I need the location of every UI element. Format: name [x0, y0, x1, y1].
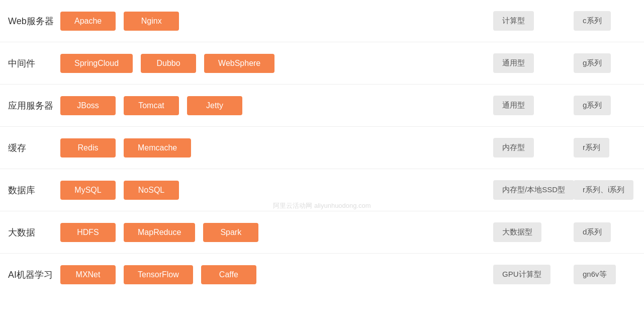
series-column: g系列 [574, 53, 644, 73]
type-column: 通用型 [493, 53, 574, 73]
series-badge: d系列 [574, 222, 611, 242]
tech-tag[interactable]: MXNet [60, 265, 116, 284]
type-column: 计算型 [493, 11, 574, 31]
series-column: r系列、i系列 [574, 180, 644, 200]
type-badge: 内存型 [493, 138, 534, 157]
tech-tag[interactable]: TensorFlow [124, 265, 193, 284]
category-label: 数据库 [0, 184, 55, 196]
category-label: 应用服务器 [0, 100, 55, 112]
tech-tag[interactable]: Tomcat [124, 96, 179, 115]
table-row: 中间件SpringCloudDubboWebSphere通用型g系列 [0, 42, 644, 85]
category-label: AI机器学习 [0, 269, 55, 281]
tags-container: MXNetTensorFlowCaffe [55, 265, 493, 284]
tech-tag[interactable]: Memcache [124, 138, 191, 157]
type-badge: 计算型 [493, 11, 534, 31]
tech-tag[interactable]: Nginx [124, 12, 179, 31]
table-row: Web服务器ApacheNginx计算型c系列 [0, 0, 644, 42]
tech-tag[interactable]: Spark [203, 223, 258, 242]
tech-tag[interactable]: SpringCloud [60, 54, 133, 73]
tags-container: MySQLNoSQL [55, 181, 493, 200]
tags-container: JBossTomcatJetty [55, 96, 493, 115]
tech-tag[interactable]: Caffe [201, 265, 256, 284]
series-badge: r系列、i系列 [574, 180, 633, 200]
category-label: 大数据 [0, 226, 55, 239]
type-badge: 通用型 [493, 53, 534, 73]
type-column: 通用型 [493, 96, 574, 115]
type-column: 内存型 [493, 138, 574, 157]
type-badge: GPU计算型 [493, 265, 550, 284]
series-badge: c系列 [574, 11, 611, 31]
tech-tag[interactable]: WebSphere [204, 54, 274, 73]
series-badge: g系列 [574, 53, 611, 73]
series-column: g系列 [574, 96, 644, 115]
tech-tag[interactable]: HDFS [60, 223, 116, 242]
table-row: AI机器学习MXNetTensorFlowCaffeGPU计算型gn6v等 [0, 254, 644, 295]
tech-tag[interactable]: Redis [60, 138, 116, 157]
series-column: d系列 [574, 222, 644, 242]
table-row: 缓存RedisMemcache内存型r系列 [0, 127, 644, 169]
series-column: c系列 [574, 11, 644, 31]
tech-tag[interactable]: MySQL [60, 181, 116, 200]
tech-tag[interactable]: JBoss [60, 96, 116, 115]
tags-container: SpringCloudDubboWebSphere [55, 54, 493, 73]
tech-tag[interactable]: Jetty [187, 96, 242, 115]
category-label: 缓存 [0, 142, 55, 154]
series-column: gn6v等 [574, 265, 644, 284]
series-badge: gn6v等 [574, 265, 616, 284]
type-column: 内存型/本地SSD型 [493, 180, 574, 200]
tech-tag[interactable]: MapReduce [124, 223, 195, 242]
series-badge: g系列 [574, 96, 611, 115]
tags-container: RedisMemcache [55, 138, 493, 157]
tech-tag[interactable]: Apache [60, 12, 116, 31]
category-label: Web服务器 [0, 15, 55, 27]
series-column: r系列 [574, 138, 644, 157]
table-row: 大数据HDFSMapReduceSpark大数据型d系列 [0, 211, 644, 254]
tags-container: ApacheNginx [55, 12, 493, 31]
table-row: 数据库MySQLNoSQL内存型/本地SSD型r系列、i系列 [0, 169, 644, 211]
type-column: 大数据型 [493, 222, 574, 242]
tech-tag[interactable]: Dubbo [141, 54, 196, 73]
type-column: GPU计算型 [493, 265, 574, 284]
tech-tag[interactable]: NoSQL [124, 181, 179, 200]
series-badge: r系列 [574, 138, 609, 157]
table-row: 应用服务器JBossTomcatJetty通用型g系列 [0, 85, 644, 127]
type-badge: 通用型 [493, 96, 534, 115]
category-label: 中间件 [0, 57, 55, 69]
type-badge: 内存型/本地SSD型 [493, 180, 574, 200]
type-badge: 大数据型 [493, 222, 541, 242]
tags-container: HDFSMapReduceSpark [55, 223, 493, 242]
main-table: Web服务器ApacheNginx计算型c系列中间件SpringCloudDub… [0, 0, 644, 295]
